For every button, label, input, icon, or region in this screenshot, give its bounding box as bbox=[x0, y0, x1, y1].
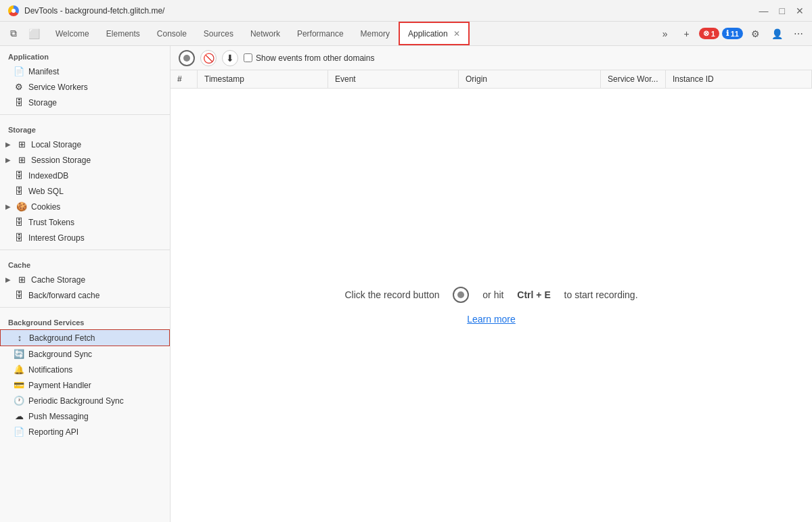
col-header-sw: Service Wor... bbox=[601, 70, 666, 88]
learn-more-link[interactable]: Learn more bbox=[467, 314, 516, 325]
minimize-button[interactable]: — bbox=[759, 5, 769, 16]
background-fetch-icon: ↕ bbox=[14, 333, 25, 343]
sidebar-item-local-storage[interactable]: ▶ ⊞ Local Storage bbox=[0, 137, 170, 152]
col-header-timestamp: Timestamp bbox=[198, 70, 328, 88]
profile-button[interactable]: 👤 bbox=[767, 24, 786, 43]
clear-icon: 🚫 bbox=[203, 53, 215, 64]
trust-tokens-icon: 🗄 bbox=[14, 217, 24, 227]
sidebar-item-backforward-cache[interactable]: 🗄 Back/forward cache bbox=[0, 287, 170, 303]
notifications-icon: 🔔 bbox=[14, 364, 24, 375]
tab-console[interactable]: Console bbox=[149, 22, 196, 45]
close-button[interactable]: ✕ bbox=[796, 5, 804, 16]
more-tools-button[interactable]: ⬜ bbox=[24, 24, 43, 43]
cache-storage-icon: ⊞ bbox=[16, 275, 27, 285]
sidebar-section-storage: Storage bbox=[0, 119, 170, 137]
sidebar-item-reporting-api[interactable]: 📄 Reporting API bbox=[0, 424, 170, 440]
indexeddb-icon: 🗄 bbox=[14, 170, 24, 181]
tab-performance[interactable]: Performance bbox=[289, 22, 353, 45]
tab-bar: ⧉ ⬜ Welcome Elements Console Sources Net… bbox=[0, 22, 812, 46]
col-header-instance: Instance ID bbox=[666, 70, 812, 88]
tab-memory[interactable]: Memory bbox=[353, 22, 399, 45]
background-sync-icon: 🔄 bbox=[14, 349, 24, 359]
main-layout: Application 📄 Manifest ⚙ Service Workers… bbox=[0, 46, 812, 522]
empty-state: Click the record button or hit Ctrl + E … bbox=[171, 89, 812, 522]
service-workers-icon: ⚙ bbox=[14, 82, 24, 92]
more-options-button[interactable]: ⋯ bbox=[789, 24, 808, 43]
sidebar-item-trust-tokens[interactable]: 🗄 Trust Tokens bbox=[0, 214, 170, 230]
dock-button[interactable]: ⧉ bbox=[4, 24, 23, 43]
manifest-icon: 📄 bbox=[14, 66, 24, 76]
error-badge: ⊗ 1 bbox=[699, 28, 719, 39]
tab-bar-right-controls: » + ⊗ 1 ℹ 11 ⚙ 👤 ⋯ bbox=[652, 22, 812, 45]
title-bar: DevTools - background-fetch.glitch.me/ —… bbox=[0, 0, 812, 22]
content-area: 🚫 ⬇ Show events from other domains # Tim… bbox=[171, 46, 812, 522]
table-body: Click the record button or hit Ctrl + E … bbox=[171, 89, 812, 522]
tab-application[interactable]: Application ✕ bbox=[399, 22, 470, 45]
sidebar-item-web-sql[interactable]: 🗄 Web SQL bbox=[0, 183, 170, 199]
interest-groups-icon: 🗄 bbox=[14, 233, 24, 243]
divider-1 bbox=[0, 114, 170, 115]
col-header-hash: # bbox=[171, 70, 198, 88]
tab-close-icon[interactable]: ✕ bbox=[453, 29, 460, 39]
clear-button[interactable]: 🚫 bbox=[200, 50, 217, 66]
col-header-origin: Origin bbox=[459, 70, 601, 88]
record-dot-inline bbox=[457, 291, 464, 298]
backforward-cache-icon: 🗄 bbox=[14, 290, 24, 300]
window-title: DevTools - background-fetch.glitch.me/ bbox=[24, 6, 754, 16]
sidebar-item-cookies[interactable]: ▶ 🍪 Cookies bbox=[0, 199, 170, 214]
warning-badge: ℹ 11 bbox=[722, 28, 743, 39]
tab-elements[interactable]: Elements bbox=[98, 22, 149, 45]
sidebar: Application 📄 Manifest ⚙ Service Workers… bbox=[0, 46, 171, 522]
sidebar-item-notifications[interactable]: 🔔 Notifications bbox=[0, 362, 170, 377]
maximize-button[interactable]: □ bbox=[780, 5, 785, 16]
table-header: # Timestamp Event Origin Service Wor... … bbox=[171, 70, 812, 89]
sidebar-item-background-fetch[interactable]: ↕ Background Fetch bbox=[0, 329, 170, 346]
tabs-list: Welcome Elements Console Sources Network… bbox=[47, 22, 652, 45]
show-events-checkbox-label[interactable]: Show events from other domains bbox=[244, 53, 374, 63]
window-controls: — □ ✕ bbox=[759, 5, 804, 16]
error-icon: ⊗ bbox=[703, 29, 709, 38]
empty-state-instruction: Click the record button or hit Ctrl + E … bbox=[344, 287, 637, 303]
push-messaging-icon: ☁ bbox=[14, 411, 24, 421]
session-storage-icon: ⊞ bbox=[16, 155, 27, 165]
divider-3 bbox=[0, 307, 170, 308]
sidebar-item-session-storage[interactable]: ▶ ⊞ Session Storage bbox=[0, 152, 170, 168]
sidebar-item-payment-handler[interactable]: 💳 Payment Handler bbox=[0, 377, 170, 393]
periodic-bg-sync-icon: 🕐 bbox=[14, 396, 24, 406]
storage-icon: 🗄 bbox=[14, 97, 24, 108]
warning-icon: ℹ bbox=[726, 29, 729, 38]
tab-bar-left-controls: ⧉ ⬜ bbox=[0, 22, 47, 45]
expand-arrow-icon: ▶ bbox=[5, 276, 11, 283]
sidebar-section-bg-services: Background Services bbox=[0, 312, 170, 329]
col-header-event: Event bbox=[328, 70, 459, 88]
payment-handler-icon: 💳 bbox=[14, 380, 24, 390]
expand-arrow-icon: ▶ bbox=[5, 156, 11, 164]
reporting-api-icon: 📄 bbox=[14, 427, 24, 437]
expand-arrow-icon: ▶ bbox=[5, 203, 11, 210]
chrome-icon bbox=[8, 5, 19, 16]
cookies-icon: 🍪 bbox=[16, 201, 27, 212]
sidebar-item-periodic-bg-sync[interactable]: 🕐 Periodic Background Sync bbox=[0, 393, 170, 408]
sidebar-item-background-sync[interactable]: 🔄 Background Sync bbox=[0, 346, 170, 362]
sidebar-item-service-workers[interactable]: ⚙ Service Workers bbox=[0, 79, 170, 95]
divider-2 bbox=[0, 250, 170, 250]
local-storage-icon: ⊞ bbox=[16, 139, 27, 149]
record-button[interactable] bbox=[179, 50, 195, 66]
sidebar-item-cache-storage[interactable]: ▶ ⊞ Cache Storage bbox=[0, 272, 170, 287]
sidebar-item-interest-groups[interactable]: 🗄 Interest Groups bbox=[0, 230, 170, 245]
record-button-inline bbox=[453, 287, 469, 303]
sidebar-item-indexeddb[interactable]: 🗄 IndexedDB bbox=[0, 168, 170, 183]
settings-button[interactable]: ⚙ bbox=[746, 24, 765, 43]
sidebar-section-application: Application bbox=[0, 46, 170, 64]
new-tab-button[interactable]: + bbox=[677, 24, 696, 43]
sidebar-item-storage[interactable]: 🗄 Storage bbox=[0, 95, 170, 110]
tab-network[interactable]: Network bbox=[242, 22, 289, 45]
download-button[interactable]: ⬇ bbox=[222, 50, 238, 66]
tab-sources[interactable]: Sources bbox=[196, 22, 242, 45]
tab-welcome[interactable]: Welcome bbox=[47, 22, 98, 45]
sidebar-item-manifest[interactable]: 📄 Manifest bbox=[0, 64, 170, 79]
web-sql-icon: 🗄 bbox=[14, 186, 24, 196]
more-tabs-button[interactable]: » bbox=[656, 24, 675, 43]
show-events-checkbox[interactable] bbox=[244, 53, 252, 62]
sidebar-item-push-messaging[interactable]: ☁ Push Messaging bbox=[0, 408, 170, 424]
